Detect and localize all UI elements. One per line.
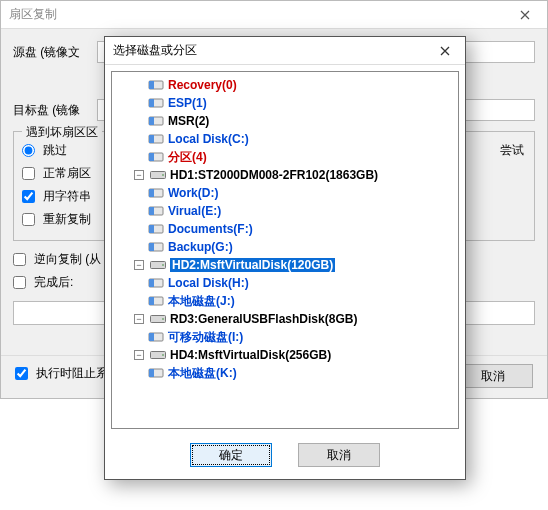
tree-partition-item[interactable]: Local Disk(C:) bbox=[112, 130, 458, 148]
tree-item-label: MSR(2) bbox=[168, 114, 209, 128]
svg-rect-3 bbox=[149, 99, 154, 107]
partition-icon bbox=[148, 115, 164, 127]
modal-titlebar: 选择磁盘或分区 bbox=[105, 37, 465, 65]
svg-rect-5 bbox=[149, 117, 154, 125]
tree-partition-item[interactable]: MSR(2) bbox=[112, 112, 458, 130]
svg-rect-7 bbox=[149, 135, 154, 143]
tree-disk-item[interactable]: −HD2:MsftVirtualDisk(120GB) bbox=[112, 256, 458, 274]
disk-icon bbox=[150, 349, 166, 361]
tree-partition-item[interactable]: ESP(1) bbox=[112, 94, 458, 112]
tree-item-label: 可移动磁盘(I:) bbox=[168, 329, 243, 346]
svg-rect-19 bbox=[149, 243, 154, 251]
svg-point-27 bbox=[162, 318, 164, 320]
modal-cancel-button[interactable]: 取消 bbox=[298, 443, 380, 467]
recopy-checkbox[interactable] bbox=[22, 213, 35, 226]
source-label: 源盘 (镜像文 bbox=[13, 44, 93, 61]
tree-partition-item[interactable]: Virual(E:) bbox=[112, 202, 458, 220]
tree-partition-item[interactable]: 可移动磁盘(I:) bbox=[112, 328, 458, 346]
partition-icon bbox=[148, 223, 164, 235]
tree-item-label: HD1:ST2000DM008-2FR102(1863GB) bbox=[170, 168, 378, 182]
target-label: 目标盘 (镜像 bbox=[13, 102, 93, 119]
tree-disk-item[interactable]: −HD4:MsftVirtualDisk(256GB) bbox=[112, 346, 458, 364]
normal-sector-label: 正常扇区 bbox=[43, 165, 91, 182]
tree-partition-item[interactable]: Work(D:) bbox=[112, 184, 458, 202]
usechar-checkbox[interactable] bbox=[22, 190, 35, 203]
tree-item-label: 分区(4) bbox=[168, 149, 207, 166]
parent-title: 扇区复制 bbox=[9, 6, 503, 23]
disk-icon bbox=[150, 169, 166, 181]
tree-item-label: HD2:MsftVirtualDisk(120GB) bbox=[170, 258, 335, 272]
tree-partition-item[interactable]: 分区(4) bbox=[112, 148, 458, 166]
svg-point-11 bbox=[162, 174, 164, 176]
tree-partition-item[interactable]: Documents(F:) bbox=[112, 220, 458, 238]
svg-rect-13 bbox=[149, 189, 154, 197]
skip-label: 跳过 bbox=[43, 142, 67, 159]
partition-icon bbox=[148, 151, 164, 163]
partition-icon bbox=[148, 295, 164, 307]
collapse-toggle[interactable]: − bbox=[134, 260, 144, 270]
skip-radio[interactable] bbox=[22, 144, 35, 157]
partition-icon bbox=[148, 79, 164, 91]
tree-item-label: Virual(E:) bbox=[168, 204, 221, 218]
usechar-label: 用字符串 bbox=[43, 188, 91, 205]
close-icon bbox=[520, 10, 530, 20]
group-title: 遇到坏扇区区 bbox=[22, 124, 102, 141]
tree-item-label: Recovery(0) bbox=[168, 78, 237, 92]
svg-rect-9 bbox=[149, 153, 154, 161]
partition-icon bbox=[148, 331, 164, 343]
tree-disk-item[interactable]: −HD1:ST2000DM008-2FR102(1863GB) bbox=[112, 166, 458, 184]
parent-close-button[interactable] bbox=[503, 1, 547, 29]
reverse-label: 逆向复制 (从 bbox=[34, 251, 101, 268]
partition-icon bbox=[148, 205, 164, 217]
svg-point-31 bbox=[162, 354, 164, 356]
collapse-toggle[interactable]: − bbox=[134, 350, 144, 360]
tree-partition-item[interactable]: Recovery(0) bbox=[112, 76, 458, 94]
tree-disk-item[interactable]: −RD3:GeneralUSBFlashDisk(8GB) bbox=[112, 310, 458, 328]
disk-icon bbox=[150, 313, 166, 325]
tree-partition-item[interactable]: Backup(G:) bbox=[112, 238, 458, 256]
partition-icon bbox=[148, 133, 164, 145]
tree-partition-item[interactable]: 本地磁盘(K:) bbox=[112, 364, 458, 382]
disk-icon bbox=[150, 259, 166, 271]
tree-item-label: Work(D:) bbox=[168, 186, 218, 200]
recopy-label: 重新复制 bbox=[43, 211, 91, 228]
partition-icon bbox=[148, 97, 164, 109]
select-disk-dialog: 选择磁盘或分区 Recovery(0)ESP(1)MSR(2)Local Dis… bbox=[104, 36, 466, 480]
prevent-sleep-checkbox[interactable] bbox=[15, 367, 28, 380]
reverse-checkbox[interactable] bbox=[13, 253, 26, 266]
partition-icon bbox=[148, 241, 164, 253]
tree-item-label: Local Disk(H:) bbox=[168, 276, 249, 290]
after-label: 完成后: bbox=[34, 274, 73, 291]
svg-rect-17 bbox=[149, 225, 154, 233]
modal-button-row: 确定 取消 bbox=[105, 435, 465, 479]
partition-icon bbox=[148, 277, 164, 289]
parent-titlebar: 扇区复制 bbox=[1, 1, 547, 29]
tree-item-label: 本地磁盘(K:) bbox=[168, 365, 237, 382]
svg-rect-25 bbox=[149, 297, 154, 305]
disk-tree[interactable]: Recovery(0)ESP(1)MSR(2)Local Disk(C:)分区(… bbox=[111, 71, 459, 429]
svg-rect-33 bbox=[149, 369, 154, 377]
tree-item-label: 本地磁盘(J:) bbox=[168, 293, 235, 310]
after-checkbox[interactable] bbox=[13, 276, 26, 289]
svg-rect-1 bbox=[149, 81, 154, 89]
svg-rect-15 bbox=[149, 207, 154, 215]
close-icon bbox=[440, 46, 450, 56]
retry-label: 尝试 bbox=[500, 142, 524, 159]
collapse-toggle[interactable]: − bbox=[134, 170, 144, 180]
tree-item-label: Backup(G:) bbox=[168, 240, 233, 254]
normal-sector-checkbox[interactable] bbox=[22, 167, 35, 180]
tree-partition-item[interactable]: Local Disk(H:) bbox=[112, 274, 458, 292]
tree-item-label: Local Disk(C:) bbox=[168, 132, 249, 146]
ok-button[interactable]: 确定 bbox=[190, 443, 272, 467]
modal-title: 选择磁盘或分区 bbox=[113, 42, 425, 59]
svg-rect-29 bbox=[149, 333, 154, 341]
tree-item-label: HD4:MsftVirtualDisk(256GB) bbox=[170, 348, 331, 362]
collapse-toggle[interactable]: − bbox=[134, 314, 144, 324]
svg-rect-23 bbox=[149, 279, 154, 287]
modal-close-button[interactable] bbox=[425, 37, 465, 65]
partition-icon bbox=[148, 187, 164, 199]
tree-item-label: ESP(1) bbox=[168, 96, 207, 110]
tree-item-label: Documents(F:) bbox=[168, 222, 253, 236]
tree-partition-item[interactable]: 本地磁盘(J:) bbox=[112, 292, 458, 310]
svg-point-21 bbox=[162, 264, 164, 266]
